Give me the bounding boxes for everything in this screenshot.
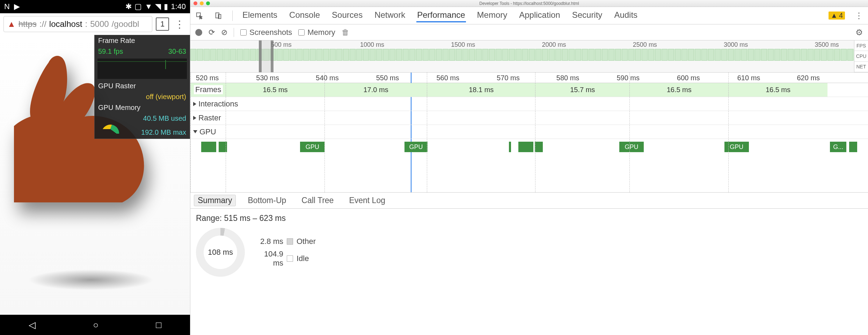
gpu-activity-block[interactable]: GPU (724, 142, 749, 152)
frame-cell[interactable]: 16.5 ms (629, 83, 728, 97)
overview-tick: 1000 ms (360, 41, 384, 49)
zoom-window-icon[interactable] (206, 1, 210, 5)
play-icon: ▶ (14, 2, 20, 11)
tab-console[interactable]: Console (289, 9, 321, 22)
frames-track[interactable]: Frames .9 ms16.5 ms17.0 ms18.1 ms15.7 ms… (190, 83, 868, 97)
overview-handle-right[interactable] (271, 40, 273, 72)
tab-audits[interactable]: Audits (613, 9, 638, 22)
frame-cell[interactable]: 16.5 ms (226, 83, 324, 97)
gpu-raster-label: GPU Raster (98, 82, 136, 90)
reload-button[interactable]: ⟳ (209, 28, 215, 37)
tab-network[interactable]: Network (374, 9, 406, 22)
gpu-activity-block[interactable]: G... (830, 142, 846, 152)
screenshots-checkbox[interactable]: Screenshots (240, 28, 292, 37)
window-title-bar: Developer Tools - https://localhost:5000… (190, 0, 868, 7)
vibrate-icon: ▢ (134, 2, 142, 11)
flame-ruler-tick: 530 ms (256, 74, 279, 82)
close-window-icon[interactable] (194, 1, 197, 5)
clear-button[interactable]: ⊘ (221, 28, 227, 37)
legend-row-other: 2.8 msOther (255, 237, 316, 246)
back-button[interactable]: ◁ (29, 320, 36, 330)
flame-ruler-tick: 520 ms (196, 74, 219, 82)
flame-chart[interactable]: 520 ms530 ms540 ms550 ms560 ms570 ms580 … (190, 73, 868, 193)
details-tab-summary[interactable]: Summary (194, 195, 236, 206)
gpu-mem-used: 40.5 MB used (143, 114, 186, 122)
flame-ruler-tick: 610 ms (737, 74, 760, 82)
browser-menu-icon[interactable]: ⋮ (173, 18, 187, 30)
garbage-collect-icon[interactable]: 🗑 (342, 28, 349, 37)
browser-url-bar: ▲ https://localhost:5000/goodbl 1 ⋮ (0, 13, 190, 35)
flame-ruler-tick: 620 ms (797, 74, 820, 82)
fps-value: 59.1 fps (98, 47, 123, 55)
flame-ruler-tick: 590 ms (617, 74, 640, 82)
tab-count-button[interactable]: 1 (156, 17, 169, 31)
legend-row-idle: 104.9 msIdle (255, 250, 316, 268)
details-tab-event-log[interactable]: Event Log (345, 195, 389, 206)
memory-checkbox[interactable]: Memory (298, 28, 335, 37)
raster-track[interactable]: Raster (190, 111, 868, 125)
overview-lane-labels: FPSCPUNET (854, 40, 868, 72)
warnings-badge[interactable]: ▲ 4 (829, 12, 845, 20)
home-button[interactable]: ○ (93, 320, 99, 330)
devtools-menu-icon[interactable]: ⋮ (854, 11, 864, 21)
tab-performance[interactable]: Performance (416, 9, 466, 22)
details-tab-call-tree[interactable]: Call Tree (298, 195, 337, 206)
gpu-activity-block[interactable] (518, 142, 533, 152)
tab-memory[interactable]: Memory (476, 9, 508, 22)
overview-tick: 3500 ms (815, 41, 839, 49)
overview-tick: 500 ms (271, 41, 292, 49)
summary-legend: 2.8 msOther104.9 msIdle (255, 237, 316, 268)
flame-ruler-tick: 540 ms (316, 74, 339, 82)
overview-tick: 2000 ms (542, 41, 566, 49)
expand-icon[interactable] (193, 116, 196, 120)
flame-ruler-tick: 560 ms (436, 74, 459, 82)
time-breakdown-donut: 108 ms (196, 228, 245, 277)
timeline-overview[interactable]: 500 ms1000 ms1500 ms2000 ms2500 ms3000 m… (190, 40, 868, 73)
frame-cell[interactable]: 15.7 ms (535, 83, 629, 97)
collapse-icon[interactable] (193, 130, 197, 133)
gpu-activity-block[interactable] (849, 142, 857, 152)
gpu-raster-value: off (viewport) (146, 93, 186, 101)
overview-handle-left[interactable] (259, 40, 262, 72)
tab-elements[interactable]: Elements (242, 9, 278, 22)
tab-security[interactable]: Security (571, 9, 603, 22)
details-tab-bottom-up[interactable]: Bottom-Up (244, 195, 290, 206)
battery-icon: ▮ (164, 2, 168, 11)
url-scheme: https (19, 19, 37, 29)
tab-sources[interactable]: Sources (331, 9, 363, 22)
expand-icon[interactable] (193, 102, 196, 106)
signal-icon: ◥ (155, 2, 161, 11)
frame-cell[interactable]: 16.5 ms (728, 83, 827, 97)
gpu-activity-block[interactable] (509, 142, 511, 152)
gpu-activity-block[interactable]: GPU (619, 142, 644, 152)
rendering-stats-overlay: Frame Rate 59.1 fps30-63 GPU Raster off … (94, 35, 190, 139)
overview-lane-cpu: CPU (854, 51, 868, 61)
performance-toolbar: ⟳ ⊘ Screenshots Memory 🗑 ⚙ (190, 24, 868, 40)
frame-cell[interactable]: 17.0 ms (324, 83, 427, 97)
url-input[interactable]: ▲ https://localhost:5000/goodbl (3, 16, 152, 32)
record-button[interactable] (195, 29, 202, 36)
overview-lane-fps: FPS (854, 40, 868, 51)
fps-sparkline (97, 58, 187, 79)
android-device: N ▶ ✱ ▢ ▼ ◥ ▮ 1:40 ▲ https://localhost:5… (0, 0, 190, 335)
flame-ruler-tick: 570 ms (497, 74, 520, 82)
recents-button[interactable]: □ (156, 320, 161, 330)
gpu-activity-block[interactable]: GPU (404, 142, 428, 152)
window-title: Developer Tools - https://localhost:5000… (479, 1, 579, 6)
gpu-activity-block[interactable]: GPU (300, 142, 324, 152)
range-label: Range: 515 ms – 623 ms (196, 214, 862, 223)
gpu-track-lane[interactable]: GPUGPUGPUGPUG... (190, 139, 868, 191)
minimize-window-icon[interactable] (200, 1, 204, 5)
url-port: 5000 (90, 19, 109, 29)
device-toolbar-icon[interactable] (213, 11, 223, 21)
gpu-activity-block[interactable] (535, 142, 543, 152)
frame-rate-label: Frame Rate (98, 37, 135, 45)
inspect-element-icon[interactable] (195, 11, 204, 21)
capture-settings-icon[interactable]: ⚙ (855, 28, 863, 37)
frame-cell[interactable]: 18.1 ms (427, 83, 535, 97)
gpu-track-header[interactable]: GPU (190, 125, 868, 139)
url-host: localhost (49, 19, 82, 29)
gpu-activity-block[interactable] (201, 142, 216, 152)
interactions-track[interactable]: Interactions (190, 97, 868, 111)
tab-application[interactable]: Application (518, 9, 561, 22)
